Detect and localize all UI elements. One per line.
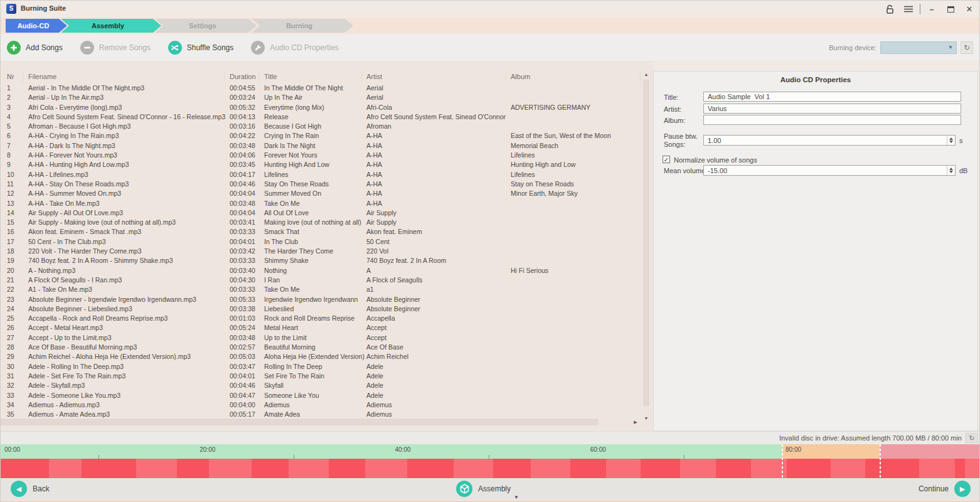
cell: 8 bbox=[1, 151, 23, 160]
spinner-down-icon[interactable] bbox=[949, 141, 953, 143]
scroll-right-icon[interactable]: ▶ bbox=[632, 418, 639, 426]
scroll-up-icon[interactable]: ▲ bbox=[642, 71, 651, 78]
cell bbox=[506, 295, 641, 304]
table-row[interactable]: 21A Flock Of Seagulls - I Ran.mp300:04:3… bbox=[1, 275, 641, 285]
burning-device-select[interactable]: ▼ bbox=[880, 41, 957, 54]
table-row[interactable]: 4Afro Celt Sound System Feat. Sinead O'C… bbox=[1, 112, 641, 122]
cell: 10 bbox=[1, 170, 23, 179]
close-button[interactable]: ✕ bbox=[964, 4, 974, 15]
cell: 29 bbox=[1, 352, 23, 361]
remove-songs-button[interactable]: Remove Songs bbox=[80, 41, 151, 55]
table-row[interactable]: 33Adele - Someone Like You.mp300:04:47So… bbox=[1, 391, 641, 400]
tab-burning[interactable]: Burning bbox=[252, 19, 353, 33]
normalize-checkbox[interactable]: ✓ bbox=[663, 156, 670, 163]
col-nr[interactable]: Nr bbox=[1, 71, 23, 82]
stage-selector[interactable]: Assembly ▼ bbox=[456, 481, 511, 497]
spinner-up-icon[interactable] bbox=[949, 168, 953, 170]
pause-field[interactable] bbox=[704, 136, 946, 145]
scroll-down-icon[interactable]: ▼ bbox=[642, 415, 651, 422]
table-row[interactable]: 32Adele - Skyfall.mp300:04:46SkyfallAdel… bbox=[1, 381, 641, 390]
add-songs-button[interactable]: Add Songs bbox=[7, 41, 63, 55]
table-row[interactable]: 6A-HA - Crying In The Rain.mp300:04:22Cr… bbox=[1, 131, 641, 141]
maximize-button[interactable] bbox=[945, 4, 956, 15]
continue-button[interactable]: Continue ▶ bbox=[919, 481, 971, 497]
table-row[interactable]: 27Accept - Up to the Limit.mp300:03:48Up… bbox=[1, 333, 641, 343]
song-length-strip[interactable] bbox=[1, 459, 980, 478]
cell: 220 Vol bbox=[362, 247, 506, 256]
table-row[interactable]: 29Achim Reichel - Aloha Heja He (Extende… bbox=[1, 352, 641, 361]
vertical-scroll-thumb[interactable] bbox=[643, 80, 649, 406]
table-row[interactable]: 20A - Nothing.mp300:03:40NothingAHi Fi S… bbox=[1, 266, 641, 275]
cell bbox=[506, 237, 641, 247]
table-row[interactable]: 22A1 - Take On Me.mp300:03:33Take On Mea… bbox=[1, 285, 641, 294]
tab-audio-cd[interactable]: Audio-CD bbox=[6, 19, 67, 33]
cell: 9 bbox=[1, 160, 23, 169]
cell: Air Supply bbox=[362, 208, 506, 218]
cell: 16 bbox=[1, 227, 23, 237]
mean-volume-field[interactable] bbox=[704, 166, 946, 175]
table-row[interactable]: 9A-HA - Hunting High And Low.mp300:03:45… bbox=[1, 160, 641, 169]
mean-volume-spinner[interactable] bbox=[947, 166, 955, 175]
title-field[interactable] bbox=[703, 92, 961, 102]
table-row[interactable]: 1Aerial - In The Middle Of The Night.mp3… bbox=[1, 83, 641, 93]
refresh-devices-button[interactable]: ↻ bbox=[961, 41, 973, 54]
app-logo-icon: S bbox=[6, 4, 16, 14]
shuffle-icon bbox=[168, 41, 182, 55]
table-row[interactable]: 24Absolute Beginner - Liebeslied.mp300:0… bbox=[1, 304, 641, 314]
table-row[interactable]: 31Adele - Set Fire To The Rain.mp300:04:… bbox=[1, 371, 641, 381]
cell: Aerial - Up In The Air.mp3 bbox=[23, 93, 225, 102]
table-row[interactable]: 15Air Supply - Making love (out of nothi… bbox=[1, 218, 641, 227]
cell: 00:04:46 bbox=[225, 381, 259, 390]
cell: Air Supply - Making love (out of nothing… bbox=[23, 218, 225, 227]
col-duration[interactable]: Duration bbox=[225, 71, 259, 82]
minimize-button[interactable]: – bbox=[927, 4, 937, 15]
table-row[interactable]: 11A-HA - Stay On These Roads.mp300:04:46… bbox=[1, 179, 641, 189]
col-title[interactable]: Title bbox=[259, 71, 362, 82]
table-row[interactable]: 3Afri Cola - Everytime (long).mp300:05:3… bbox=[1, 103, 641, 112]
menu-icon[interactable] bbox=[903, 4, 913, 15]
table-row[interactable]: 25Accapella - Rock and Roll Dreams Repri… bbox=[1, 314, 641, 323]
table-row[interactable]: 23Absolute Beginner - Irgendwie Irgendwo… bbox=[1, 295, 641, 304]
table-row[interactable]: 26Accept - Metal Heart.mp300:05:24Metal … bbox=[1, 323, 641, 333]
table-row[interactable]: 16Akon feat. Eminem - Smack That .mp300:… bbox=[1, 227, 641, 237]
table-row[interactable]: 10A-HA - Lifelines.mp300:04:17LifelinesA… bbox=[1, 170, 641, 179]
back-button[interactable]: ◀ Back bbox=[11, 481, 50, 497]
table-row[interactable]: 2Aerial - Up In The Air.mp300:03:24Up In… bbox=[1, 93, 641, 102]
song-segment bbox=[531, 459, 570, 478]
horizontal-scroll-thumb[interactable] bbox=[1, 419, 598, 425]
cell: Minor Earth, Major Sky bbox=[506, 189, 641, 198]
table-row[interactable]: 5Afroman - Because I Got High.mp300:03:1… bbox=[1, 122, 641, 131]
table-row[interactable]: 12A-HA - Summer Moved On.mp300:04:04Summ… bbox=[1, 189, 641, 198]
artist-field[interactable] bbox=[703, 104, 961, 114]
cell: Accapella bbox=[362, 314, 506, 323]
spinner-down-icon[interactable] bbox=[949, 171, 953, 173]
tab-assembly[interactable]: Assembly bbox=[61, 19, 161, 33]
shuffle-songs-button[interactable]: Shuffle Songs bbox=[168, 41, 234, 55]
cell: Rolling In The Deep bbox=[259, 362, 362, 371]
col-album[interactable]: Album bbox=[506, 71, 641, 82]
table-row[interactable]: 19740 Boyz feat. 2 In A Room - Shimmy Sh… bbox=[1, 256, 641, 265]
table-row[interactable]: 18220 Volt - The Harder They Come.mp300:… bbox=[1, 247, 641, 256]
cell: 3 bbox=[1, 103, 23, 112]
col-filename[interactable]: Filename bbox=[23, 71, 225, 82]
album-field[interactable] bbox=[703, 115, 961, 125]
tab-settings[interactable]: Settings bbox=[155, 19, 257, 33]
table-row[interactable]: 8A-HA - Forever Not Yours.mp300:04:06For… bbox=[1, 151, 641, 160]
table-row[interactable]: 34Adiemus - Adiemus.mp300:04:00AdiemusAd… bbox=[1, 400, 641, 410]
horizontal-scrollbar[interactable]: ▶ bbox=[1, 417, 641, 427]
table-row[interactable]: 1750 Cent - In The Club.mp300:04:01In Th… bbox=[1, 237, 641, 247]
spinner-up-icon[interactable] bbox=[949, 137, 953, 140]
unlock-icon[interactable] bbox=[885, 4, 895, 15]
time-label: 20:00 bbox=[200, 446, 215, 453]
col-artist[interactable]: Artist bbox=[362, 71, 506, 82]
table-row[interactable]: 30Adele - Rolling In The Deep.mp300:03:4… bbox=[1, 362, 641, 371]
vertical-scrollbar[interactable]: ▲ ▼ bbox=[642, 71, 651, 422]
audio-cd-properties-button[interactable]: Audio CD Properties bbox=[251, 41, 338, 55]
refresh-disc-button[interactable]: ↻ bbox=[966, 433, 978, 443]
pause-spinner[interactable] bbox=[947, 136, 955, 145]
table-row[interactable]: 7A-HA - Dark Is The Night.mp300:03:48Dar… bbox=[1, 141, 641, 151]
table-row[interactable]: 28Ace Of Base - Beautiful Morning.mp300:… bbox=[1, 343, 641, 352]
table-row[interactable]: 14Air Supply - All Out Of Love.mp300:04:… bbox=[1, 208, 641, 218]
table-row[interactable]: 13A-HA - Take On Me.mp300:03:48Take On M… bbox=[1, 199, 641, 208]
song-segment bbox=[493, 459, 530, 478]
